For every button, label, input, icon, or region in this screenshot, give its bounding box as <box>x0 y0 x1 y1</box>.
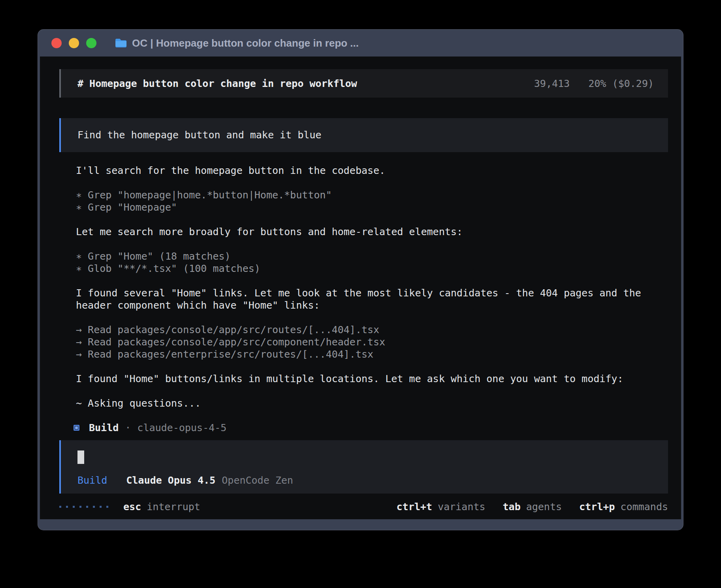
folder-icon <box>115 38 127 48</box>
session-title: # Homepage button color change in repo w… <box>77 77 357 90</box>
tool-call-read: → Read packages/console/app/src/componen… <box>76 336 668 348</box>
model-name: claude-opus-4-5 <box>137 422 226 434</box>
esc-key-hint: esc <box>123 501 141 513</box>
window-titlebar[interactable]: OC | Homepage button color change in rep… <box>38 30 683 57</box>
tool-call-read: → Read packages/enterprise/src/routes/[.… <box>76 348 668 360</box>
token-count: 39,413 <box>534 78 570 89</box>
user-message-text: Find the homepage button and make it blu… <box>77 129 321 141</box>
shortcut-commands: ctrl+pcommands <box>579 501 668 513</box>
build-agent-icon <box>74 425 79 431</box>
close-button[interactable] <box>51 38 62 48</box>
terminal-window: OC | Homepage button color change in rep… <box>38 30 683 530</box>
shortcut-variants: ctrl+tvariants <box>396 501 485 513</box>
tool-call-grep: ∗ Grep "homepage|home.*button|Home.*butt… <box>76 189 668 201</box>
tool-call-group: ∗ Grep "homepage|home.*button|Home.*butt… <box>76 189 668 213</box>
traffic-lights <box>51 38 96 48</box>
terminal-content: # Homepage button color change in repo w… <box>40 57 681 519</box>
tool-call-group: ∗ Grep "Home" (18 matches) ∗ Glob "**/*.… <box>76 250 668 275</box>
tool-call-group: → Read packages/console/app/src/routes/[… <box>76 324 668 360</box>
input-model: Claude Opus 4.5 <box>126 474 215 486</box>
prompt-input[interactable]: Build Claude Opus 4.5 OpenCode Zen <box>59 440 668 494</box>
assistant-text: Let me search more broadly for buttons a… <box>76 226 668 238</box>
asking-questions-status: ~ Asking questions... <box>76 397 668 409</box>
assistant-text: I found "Home" buttons/links in multiple… <box>76 373 668 385</box>
tool-call-glob: ∗ Glob "**/*.tsx" (100 matches) <box>76 262 668 275</box>
tool-call-grep: ∗ Grep "Home" (18 matches) <box>76 250 668 262</box>
minimize-button[interactable] <box>69 38 79 48</box>
user-message: Find the homepage button and make it blu… <box>59 118 668 152</box>
interrupt-label: interrupt <box>147 501 200 513</box>
context-usage: 20% ($0.29) <box>588 78 654 89</box>
tool-call-read: → Read packages/console/app/src/routes/[… <box>76 324 668 336</box>
text-cursor <box>77 450 84 464</box>
tool-call-grep: ∗ Grep "Homepage" <box>76 201 668 213</box>
session-stats: 39,413 20% ($0.29) <box>534 77 654 90</box>
window-title: OC | Homepage button color change in rep… <box>132 37 359 49</box>
input-provider: OpenCode Zen <box>222 474 293 486</box>
input-meta: Build Claude Opus 4.5 OpenCode Zen <box>77 474 654 486</box>
agent-status-row: Build · claude-opus-4-5 <box>74 422 668 434</box>
status-bar: esc interrupt ctrl+tvariants tabagents c… <box>59 501 668 513</box>
assistant-text: I'll search for the homepage button in t… <box>76 164 668 177</box>
input-mode: Build <box>77 474 107 486</box>
assistant-text: I found several "Home" links. Let me loo… <box>76 287 668 311</box>
shortcut-agents: tabagents <box>503 501 562 513</box>
working-spinner-dots <box>59 506 108 508</box>
zoom-button[interactable] <box>86 38 96 48</box>
separator-dot: · <box>125 422 131 434</box>
session-header: # Homepage button color change in repo w… <box>59 69 668 98</box>
agent-name: Build <box>89 422 119 434</box>
